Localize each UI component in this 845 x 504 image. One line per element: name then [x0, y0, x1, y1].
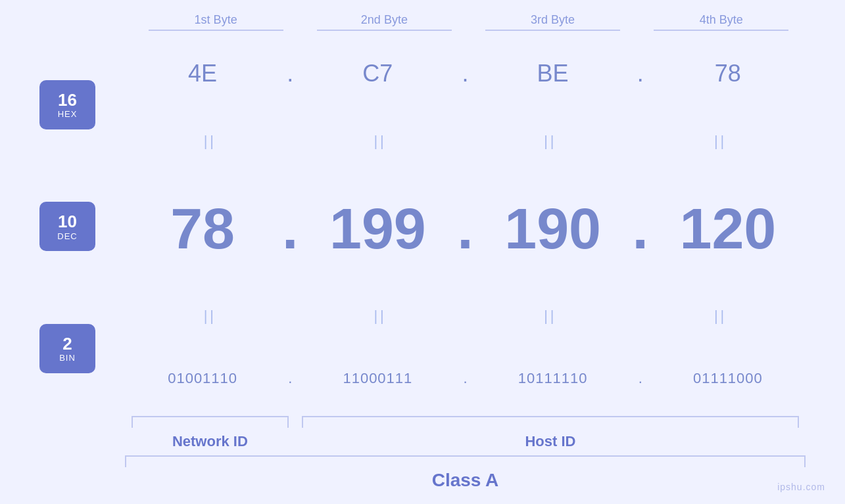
- values-area: 4E . C7 . BE . 78 || || || || 78 . 199 .: [125, 37, 806, 409]
- badges-column: 16 HEX 10 DEC 2 BIN: [39, 37, 125, 409]
- hex-dot-1: .: [280, 60, 300, 87]
- hex-val-4: 78: [650, 60, 806, 87]
- dec-badge-num: 10: [58, 212, 77, 231]
- dec-val-4: 120: [650, 195, 806, 262]
- network-id-section: Network ID: [125, 416, 295, 450]
- equals-row-1: || || || ||: [125, 133, 806, 150]
- hex-badge: 16 HEX: [39, 80, 95, 129]
- bin-val-4: 01111000: [650, 370, 806, 387]
- hex-badge-num: 16: [58, 91, 77, 110]
- dec-row: 78 . 199 . 190 . 120: [125, 195, 806, 262]
- hex-val-3: BE: [475, 60, 631, 87]
- byte-header-4: 4th Byte: [637, 13, 806, 31]
- dec-val-1: 78: [125, 195, 280, 262]
- eq-6: ||: [295, 308, 466, 325]
- host-id-section: Host ID: [295, 416, 806, 450]
- main-grid: 16 HEX 10 DEC 2 BIN 4E . C7 . BE . 78: [39, 37, 806, 409]
- eq-1: ||: [125, 133, 295, 150]
- dec-badge: 10 DEC: [39, 202, 95, 251]
- byte-header-2: 2nd Byte: [300, 13, 468, 31]
- hex-dot-3: .: [631, 60, 650, 87]
- bin-badge-label: BIN: [59, 353, 76, 363]
- dec-val-3: 190: [475, 195, 631, 262]
- bin-dot-3: .: [631, 370, 650, 387]
- bottom-section: Network ID Host ID Class A: [39, 416, 806, 491]
- hex-badge-label: HEX: [58, 109, 78, 119]
- eq-5: ||: [125, 308, 295, 325]
- bin-badge-num: 2: [62, 334, 72, 354]
- class-row: Class A: [125, 455, 806, 491]
- watermark: ipshu.com: [777, 482, 825, 492]
- eq-7: ||: [466, 308, 636, 325]
- byte-header-3: 3rd Byte: [469, 13, 637, 31]
- class-a-bracket: [125, 455, 806, 467]
- dec-badge-label: DEC: [57, 231, 77, 241]
- eq-8: ||: [635, 308, 806, 325]
- dec-dot-1: .: [280, 195, 300, 262]
- eq-2: ||: [295, 133, 466, 150]
- eq-3: ||: [466, 133, 636, 150]
- bin-badge: 2 BIN: [39, 324, 95, 373]
- network-id-bracket: [132, 416, 289, 428]
- bin-dot-2: .: [456, 370, 475, 387]
- hex-dot-2: .: [456, 60, 475, 87]
- hex-val-1: 4E: [125, 60, 280, 87]
- dec-dot-3: .: [631, 195, 650, 262]
- network-host-row: Network ID Host ID: [125, 416, 806, 450]
- bin-val-3: 10111110: [475, 370, 631, 387]
- byte-headers-row: 1st Byte 2nd Byte 3rd Byte 4th Byte: [39, 13, 806, 31]
- host-id-label: Host ID: [295, 433, 806, 450]
- bin-val-2: 11000111: [300, 370, 455, 387]
- host-id-bracket: [302, 416, 799, 428]
- dec-dot-2: .: [456, 195, 475, 262]
- hex-val-2: C7: [300, 60, 455, 87]
- hex-row: 4E . C7 . BE . 78: [125, 60, 806, 87]
- bin-dot-1: .: [280, 370, 300, 387]
- eq-4: ||: [635, 133, 806, 150]
- main-container: 1st Byte 2nd Byte 3rd Byte 4th Byte 16 H…: [0, 0, 845, 504]
- class-a-label: Class A: [125, 470, 806, 491]
- byte-header-1: 1st Byte: [132, 13, 300, 31]
- bin-row: 01001110 . 11000111 . 10111110 . 0111100…: [125, 370, 806, 387]
- equals-row-2: || || || ||: [125, 308, 806, 325]
- network-id-label: Network ID: [125, 433, 295, 450]
- dec-val-2: 199: [300, 195, 455, 262]
- bin-val-1: 01001110: [125, 370, 280, 387]
